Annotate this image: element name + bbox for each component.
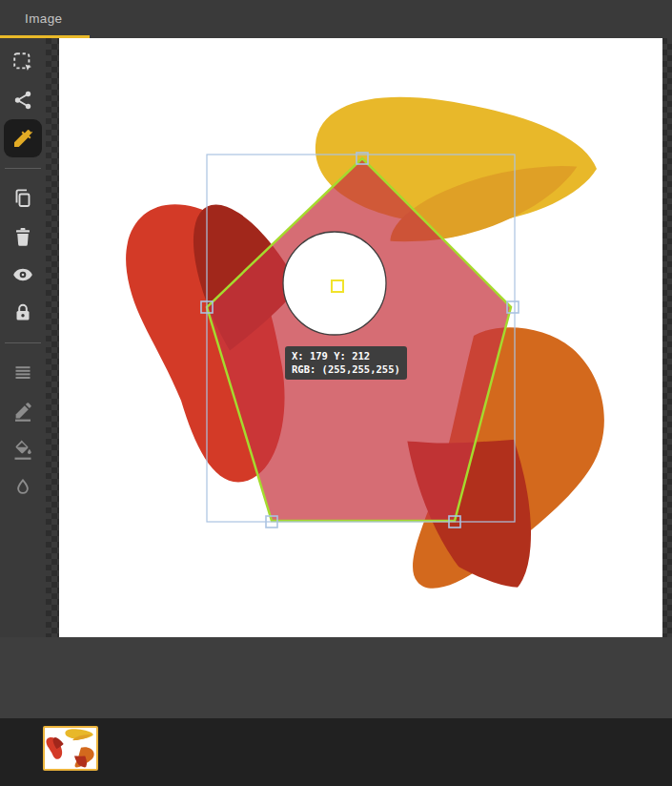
tool-delete[interactable]	[0, 217, 46, 256]
annotated-image	[59, 38, 662, 637]
tool-marquee-select[interactable]	[0, 43, 46, 81]
eye-icon	[11, 263, 34, 286]
toolbar	[0, 38, 46, 637]
tool-lock[interactable]	[0, 294, 46, 332]
filmstrip	[0, 718, 672, 786]
droplet-icon	[11, 476, 34, 499]
toolbar-divider	[5, 342, 41, 343]
tab-image[interactable]: Image	[0, 0, 90, 38]
thumbnail-image	[45, 728, 96, 769]
trash-icon	[11, 225, 34, 248]
transparency-checker-right	[662, 38, 672, 637]
pencil-icon	[11, 400, 34, 423]
status-bar: Image W (px) H (px) Visualized 703 (135%…	[0, 637, 672, 718]
image-thumbnail[interactable]	[43, 726, 98, 771]
copy-icon	[11, 187, 34, 210]
eyedropper-icon	[11, 127, 34, 150]
share-icon	[11, 89, 34, 112]
tool-fill-color[interactable]	[0, 430, 46, 468]
toolbar-divider	[5, 168, 41, 169]
image-canvas[interactable]: X: 179 Y: 212 RGB: (255,255,255)	[59, 38, 662, 637]
tool-eyedropper[interactable]	[0, 119, 46, 157]
tool-polygon-nodes[interactable]	[0, 81, 46, 119]
application-window: Image	[0, 0, 672, 786]
transparency-checker-left	[46, 38, 59, 637]
marquee-icon	[11, 51, 34, 73]
top-bar: Image	[0, 0, 672, 38]
tool-copy[interactable]	[0, 179, 46, 217]
fill-bucket-icon	[11, 438, 34, 461]
tool-visibility[interactable]	[0, 256, 46, 294]
lock-icon	[11, 301, 34, 324]
tool-edit-border[interactable]	[0, 392, 46, 430]
circle-annotation[interactable]	[283, 232, 386, 335]
reorder-icon	[11, 362, 34, 384]
tool-opacity[interactable]	[0, 468, 46, 507]
tool-layer-order[interactable]	[0, 354, 46, 392]
